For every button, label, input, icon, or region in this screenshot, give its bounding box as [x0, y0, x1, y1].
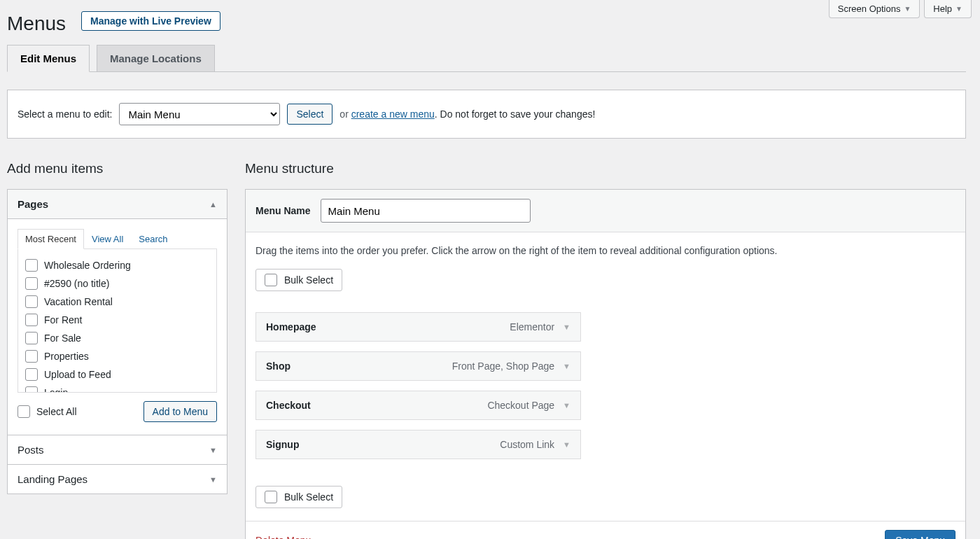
bulk-checkbox[interactable]: [265, 274, 277, 286]
chevron-up-icon: ▲: [209, 200, 217, 209]
page-title: Menus: [7, 7, 74, 35]
menu-item-type: Custom Link: [500, 439, 554, 450]
create-menu-link[interactable]: create a new menu: [351, 108, 435, 120]
menu-item-title: Homepage: [266, 321, 316, 332]
expand-icon[interactable]: ▼: [563, 323, 570, 331]
page-item[interactable]: Login: [25, 384, 209, 393]
page-item[interactable]: Upload to Feed: [25, 365, 209, 384]
page-item[interactable]: For Sale: [25, 329, 209, 347]
menu-name-label: Menu Name: [255, 205, 311, 216]
menu-item[interactable]: Signup Custom Link▼: [255, 430, 581, 459]
pages-tab-search[interactable]: Search: [131, 229, 175, 249]
page-checkbox[interactable]: [25, 277, 38, 290]
select-menu-label: Select a menu to edit:: [18, 108, 112, 120]
menu-item-title: Signup: [266, 439, 299, 450]
or-text: or: [340, 108, 348, 120]
expand-icon[interactable]: ▼: [563, 362, 570, 370]
menu-item-title: Shop: [266, 360, 290, 372]
help-button[interactable]: Help ▼: [924, 0, 972, 18]
screen-options-label: Screen Options: [838, 4, 901, 14]
save-menu-button[interactable]: Save Menu: [885, 530, 955, 539]
page-checkbox[interactable]: [25, 332, 38, 344]
add-to-menu-button[interactable]: Add to Menu: [144, 401, 217, 422]
menu-select[interactable]: Main Menu: [119, 103, 280, 125]
accordion-pages[interactable]: Pages ▲: [8, 190, 227, 219]
page-checkbox[interactable]: [25, 295, 38, 308]
menu-item[interactable]: Shop Front Page, Shop Page▼: [255, 351, 581, 381]
chevron-down-icon: ▼: [904, 5, 911, 13]
accordion-landing-pages[interactable]: Landing Pages ▼: [8, 465, 227, 493]
tab-manage-locations[interactable]: Manage Locations: [97, 45, 215, 72]
chevron-down-icon: ▼: [209, 475, 217, 484]
menu-item-type: Front Page, Shop Page: [452, 360, 554, 372]
tab-edit-menus[interactable]: Edit Menus: [7, 45, 90, 72]
page-item[interactable]: #2590 (no title): [25, 274, 209, 293]
page-item[interactable]: Vacation Rental: [25, 293, 209, 311]
page-checkbox[interactable]: [25, 368, 38, 381]
menu-item-type: Elementor: [510, 321, 554, 332]
menu-item-type: Checkout Page: [487, 400, 554, 411]
menu-item[interactable]: Homepage Elementor▼: [255, 312, 581, 342]
select-button[interactable]: Select: [287, 104, 332, 125]
reminder-text: . Do not forget to save your changes!: [435, 108, 596, 120]
bulk-checkbox[interactable]: [265, 491, 277, 503]
page-checkbox[interactable]: [25, 259, 38, 272]
help-label: Help: [933, 4, 952, 14]
accordion-posts[interactable]: Posts ▼: [8, 435, 227, 464]
select-all[interactable]: Select All: [18, 405, 77, 418]
chevron-down-icon: ▼: [955, 5, 962, 13]
live-preview-button[interactable]: Manage with Live Preview: [81, 11, 220, 31]
add-items-heading: Add menu items: [7, 161, 227, 176]
page-checkbox[interactable]: [25, 350, 38, 363]
bulk-select-bottom[interactable]: Bulk Select: [255, 486, 342, 508]
menu-item-title: Checkout: [266, 400, 311, 411]
structure-instructions: Drag the items into the order you prefer…: [255, 245, 955, 256]
menu-name-input[interactable]: [321, 199, 531, 223]
select-all-checkbox[interactable]: [18, 405, 30, 418]
chevron-down-icon: ▼: [209, 446, 217, 454]
page-item[interactable]: For Rent: [25, 311, 209, 329]
structure-heading: Menu structure: [245, 161, 966, 176]
page-item[interactable]: Properties: [25, 347, 209, 365]
bulk-select-top[interactable]: Bulk Select: [255, 269, 342, 291]
pages-title: Pages: [18, 198, 48, 210]
screen-options-button[interactable]: Screen Options ▼: [829, 0, 920, 18]
expand-icon[interactable]: ▼: [563, 401, 570, 410]
delete-menu-link[interactable]: Delete Menu: [255, 535, 311, 539]
menu-item[interactable]: Checkout Checkout Page▼: [255, 391, 581, 420]
page-item[interactable]: Wholesale Ordering: [25, 256, 209, 274]
posts-title: Posts: [18, 444, 44, 456]
pages-tab-recent[interactable]: Most Recent: [18, 229, 84, 249]
landing-title: Landing Pages: [18, 473, 88, 485]
expand-icon[interactable]: ▼: [563, 440, 570, 449]
page-checkbox[interactable]: [25, 314, 38, 326]
page-checkbox[interactable]: [25, 386, 38, 393]
pages-tab-viewall[interactable]: View All: [84, 229, 131, 249]
